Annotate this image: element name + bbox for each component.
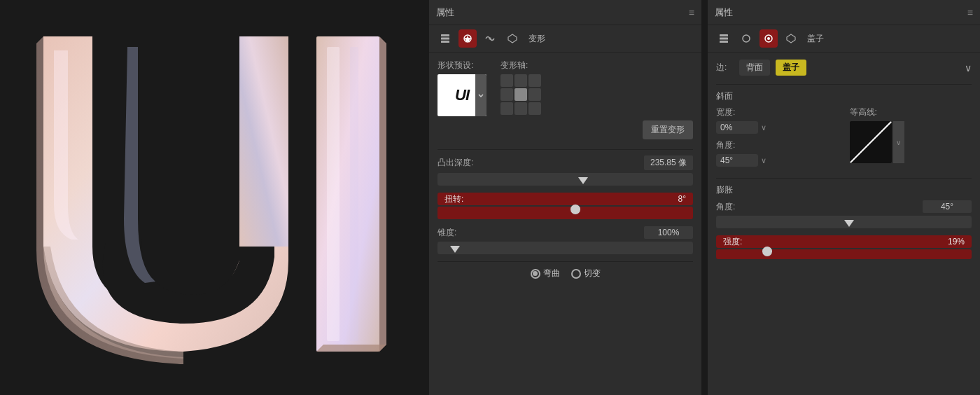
inflate-angle-section: 角度: 45°	[716, 200, 972, 228]
angle-dropdown[interactable]: 45°	[716, 154, 758, 167]
divider-1	[438, 149, 693, 150]
axis-cell-0[interactable]	[500, 74, 513, 87]
edge-dropdown-arrow[interactable]: ∨	[965, 62, 972, 74]
width-dropdown-arrow[interactable]: ∨	[761, 123, 766, 132]
angle-label: 角度:	[716, 139, 839, 151]
divider-p2-2	[716, 178, 972, 179]
panel1-content: 形状预设: UI 变形轴:	[429, 53, 701, 395]
strength-slider[interactable]	[716, 249, 972, 259]
edge-back-tab[interactable]: 背面	[739, 60, 770, 76]
extrude-slider[interactable]	[438, 173, 693, 186]
svg-marker-15	[787, 34, 795, 43]
contour-dropdown-btn[interactable]: ∨	[893, 121, 904, 163]
bevel-cols: 宽度: 0% ∨ 角度: 45° ∨ 等高线:	[716, 106, 972, 172]
inflate-title: 膨胀	[716, 184, 972, 196]
strength-thumb[interactable]	[762, 247, 772, 256]
panel1-title: 属性	[436, 6, 454, 19]
panel2-menu-icon[interactable]: ≡	[967, 7, 973, 18]
panel2-header: 属性 ≡	[708, 0, 980, 25]
panel2-tab-label: 盖子	[807, 33, 824, 45]
panel1-tabs: 变形	[429, 25, 701, 53]
taper-slider[interactable]	[438, 242, 693, 254]
taper-value[interactable]: 100%	[644, 226, 693, 239]
tab-warp[interactable]	[481, 29, 499, 48]
contour-preview[interactable]	[850, 121, 892, 163]
axis-cell-5[interactable]	[528, 88, 541, 101]
width-dropdown[interactable]: 0%	[716, 121, 758, 134]
twist-label: 扭转:	[444, 193, 463, 205]
axis-cell-1[interactable]	[514, 74, 527, 87]
inflate-angle-header: 角度: 45°	[716, 200, 972, 213]
extrude-header: 凸出深度: 235.85 像	[438, 155, 693, 170]
radio-shear-label: 切变	[584, 268, 601, 279]
tab2-layer[interactable]	[715, 29, 733, 48]
angle-dropdown-row: 45° ∨	[716, 154, 839, 167]
axis-cell-3[interactable]	[500, 88, 513, 101]
panel-gap-2	[701, 0, 707, 395]
axis-cell-8[interactable]	[528, 102, 541, 115]
axis-cell-2[interactable]	[528, 74, 541, 87]
contour-wrapper: ∨	[850, 121, 892, 163]
taper-label: 锥度:	[438, 227, 456, 239]
taper-section: 锥度: 100%	[438, 226, 693, 254]
svg-point-12	[743, 35, 750, 42]
svg-rect-10	[720, 38, 728, 40]
radio-section: 弯曲 切变	[438, 268, 693, 279]
shape-preset-section: 形状预设: UI 变形轴:	[438, 60, 693, 139]
panel1-tab-label: 变形	[528, 33, 545, 45]
twist-thumb[interactable]	[570, 205, 580, 214]
transform-axis-section: 变形轴: 重置变形	[500, 60, 693, 139]
extrude-value[interactable]: 235.85 像	[644, 155, 693, 170]
axis-cell-4[interactable]	[514, 88, 527, 101]
panel2-tabs: 盖子	[708, 25, 980, 53]
edge-label: 边:	[716, 62, 734, 74]
svg-rect-3	[441, 34, 449, 36]
preset-dropdown-btn[interactable]	[475, 74, 486, 116]
strength-slider-row[interactable]: 强度: 19%	[716, 235, 972, 248]
svg-rect-9	[720, 34, 728, 36]
extrude-thumb[interactable]	[578, 177, 588, 184]
twist-value: 8°	[678, 194, 686, 204]
transform-axis-grid	[500, 74, 541, 115]
tab-layer[interactable]	[436, 29, 454, 48]
twist-slider[interactable]	[438, 207, 693, 219]
strength-label: 强度:	[723, 236, 742, 248]
tab-fx[interactable]	[458, 29, 477, 48]
svg-rect-5	[441, 41, 449, 43]
radio-bend[interactable]: 弯曲	[531, 268, 560, 279]
twist-section: 扭转: 8°	[438, 193, 693, 219]
taper-thumb[interactable]	[450, 246, 460, 253]
angle-dropdown-arrow[interactable]: ∨	[761, 156, 766, 165]
axis-cell-7[interactable]	[514, 102, 527, 115]
twist-slider-row[interactable]: 扭转: 8°	[438, 193, 693, 205]
shape-preset-preview[interactable]: UI	[438, 74, 486, 116]
edge-cap-tab[interactable]: 盖子	[776, 60, 806, 76]
tab2-3d[interactable]	[782, 29, 800, 48]
radio-shear-circle[interactable]	[571, 269, 581, 279]
inflate-angle-value[interactable]: 45°	[923, 200, 972, 213]
tab2-material[interactable]	[760, 29, 778, 48]
radio-shear[interactable]: 切变	[571, 268, 601, 279]
tab-3d[interactable]	[503, 29, 522, 48]
svg-point-7	[489, 37, 491, 40]
inflate-angle-slider[interactable]	[716, 216, 972, 228]
svg-marker-8	[508, 34, 517, 43]
svg-rect-1	[327, 47, 340, 341]
preview-area	[0, 0, 423, 395]
width-label: 宽度:	[716, 106, 839, 118]
panel2-content: 边: 背面 盖子 ∨ 斜面 宽度: 0% ∨ 角度: 45° ∨	[708, 53, 980, 395]
shape-preset-label: 形状预设:	[438, 60, 473, 71]
panel1-header: 属性 ≡	[429, 0, 701, 25]
svg-point-14	[767, 37, 770, 40]
reset-transform-btn[interactable]: 重置变形	[643, 120, 693, 139]
radio-bend-circle[interactable]	[531, 269, 540, 279]
inflate-angle-thumb[interactable]	[844, 220, 854, 227]
width-dropdown-row: 0% ∨	[716, 121, 839, 134]
svg-rect-0	[316, 36, 379, 352]
transform-axis-label: 变形轴:	[500, 60, 528, 71]
panel1-menu-icon[interactable]: ≡	[689, 7, 694, 18]
svg-rect-2	[350, 47, 358, 341]
axis-cell-6[interactable]	[500, 102, 513, 115]
strength-value: 19%	[948, 237, 965, 247]
tab2-fx[interactable]	[737, 29, 755, 48]
